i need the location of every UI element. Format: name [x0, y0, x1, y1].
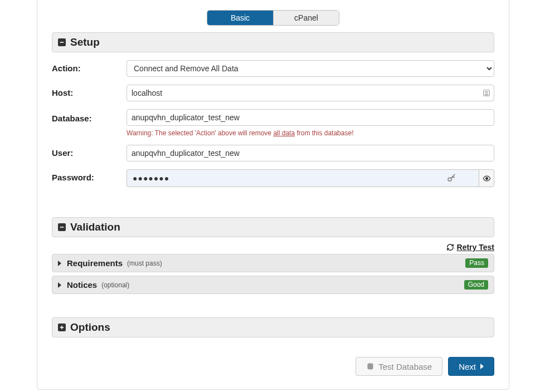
- svg-point-6: [485, 177, 488, 179]
- minus-icon: [58, 38, 66, 46]
- database-label: Database:: [52, 109, 126, 123]
- caret-right-icon: [58, 282, 61, 288]
- user-label: User:: [52, 145, 126, 158]
- notices-badge: Good: [464, 280, 488, 290]
- user-input[interactable]: [126, 145, 494, 161]
- section-setup-header[interactable]: Setup: [52, 32, 494, 52]
- password-input[interactable]: [126, 169, 479, 187]
- test-database-button[interactable]: Test Database: [356, 357, 442, 376]
- requirements-title: Requirements: [67, 258, 123, 268]
- section-options-title: Options: [70, 321, 110, 334]
- minus-icon: [58, 223, 66, 231]
- password-label: Password:: [52, 169, 126, 182]
- database-icon: [366, 362, 374, 371]
- installer-panel: Basic cPanel Setup Action: Connect and R…: [37, 0, 509, 390]
- host-input[interactable]: [126, 85, 494, 101]
- database-input[interactable]: [126, 109, 494, 126]
- tab-basic[interactable]: Basic: [207, 11, 273, 25]
- notices-title: Notices: [67, 280, 97, 290]
- section-validation-header[interactable]: Validation: [52, 217, 494, 237]
- requirements-note: (must pass): [127, 259, 162, 267]
- eye-icon: [483, 174, 491, 183]
- svg-rect-9: [61, 326, 62, 329]
- tab-basic-label: Basic: [231, 13, 250, 22]
- database-warning: Warning: The selected 'Action' above wil…: [126, 129, 494, 137]
- setup-form: Action: Connect and Remove All Data Host…: [52, 60, 494, 187]
- tab-cpanel[interactable]: cPanel: [273, 11, 339, 25]
- db-mode-tabs: Basic cPanel: [52, 0, 494, 32]
- host-label: Host:: [52, 85, 126, 97]
- requirements-badge: Pass: [465, 258, 488, 268]
- caret-right-icon: [58, 261, 61, 266]
- svg-rect-0: [60, 42, 64, 43]
- next-label: Next: [459, 362, 476, 371]
- action-select[interactable]: Connect and Remove All Data: [126, 60, 494, 77]
- svg-rect-2: [485, 91, 488, 92]
- toggle-password-button[interactable]: [479, 169, 494, 187]
- refresh-icon: [446, 243, 454, 251]
- tab-cpanel-label: cPanel: [294, 13, 318, 22]
- retry-test-label: Retry Test: [457, 243, 494, 252]
- plus-icon: [58, 324, 66, 331]
- next-button[interactable]: Next: [448, 357, 494, 376]
- footer-buttons: Test Database Next: [356, 357, 494, 376]
- chevron-right-icon: [480, 364, 484, 369]
- section-validation-title: Validation: [70, 221, 120, 233]
- svg-rect-7: [60, 227, 64, 228]
- notices-note: (optional): [101, 281, 129, 289]
- requirements-row[interactable]: Requirements (must pass) Pass: [52, 254, 494, 272]
- test-database-label: Test Database: [378, 362, 432, 371]
- key-icon: [446, 173, 456, 183]
- contact-card-icon: [482, 89, 491, 97]
- section-options-header[interactable]: Options: [52, 317, 494, 337]
- retry-test-link[interactable]: Retry Test: [446, 243, 494, 252]
- notices-row[interactable]: Notices (optional) Good: [52, 276, 494, 294]
- section-setup-title: Setup: [70, 36, 100, 48]
- action-label: Action:: [52, 60, 126, 73]
